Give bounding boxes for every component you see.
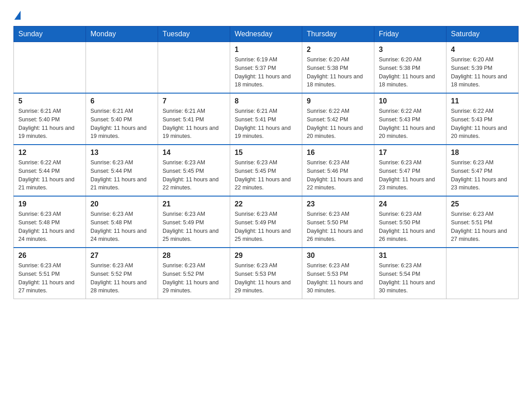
calendar-cell: 28Sunrise: 6:23 AMSunset: 5:52 PMDayligh… — [158, 248, 230, 299]
day-number: 6 — [90, 97, 153, 105]
calendar-cell: 6Sunrise: 6:21 AMSunset: 5:40 PMDaylight… — [86, 93, 158, 145]
calendar-cell: 7Sunrise: 6:21 AMSunset: 5:41 PMDaylight… — [158, 93, 230, 145]
calendar-cell: 21Sunrise: 6:23 AMSunset: 5:49 PMDayligh… — [158, 196, 230, 248]
calendar-week-row: 12Sunrise: 6:22 AMSunset: 5:44 PMDayligh… — [14, 145, 519, 196]
day-number: 1 — [235, 46, 297, 54]
calendar-cell — [158, 42, 230, 94]
day-number: 14 — [163, 149, 225, 157]
day-info: Sunrise: 6:23 AMSunset: 5:50 PMDaylight:… — [307, 210, 369, 244]
day-info: Sunrise: 6:23 AMSunset: 5:48 PMDaylight:… — [90, 210, 153, 244]
day-info: Sunrise: 6:20 AMSunset: 5:38 PMDaylight:… — [307, 56, 369, 89]
calendar-cell: 24Sunrise: 6:23 AMSunset: 5:50 PMDayligh… — [374, 196, 446, 248]
page-header — [13, 9, 519, 18]
calendar-week-row: 1Sunrise: 6:19 AMSunset: 5:37 PMDaylight… — [14, 42, 519, 94]
day-info: Sunrise: 6:23 AMSunset: 5:52 PMDaylight:… — [163, 261, 225, 295]
day-number: 12 — [18, 149, 81, 157]
calendar-week-row: 26Sunrise: 6:23 AMSunset: 5:51 PMDayligh… — [14, 248, 519, 299]
day-info: Sunrise: 6:23 AMSunset: 5:50 PMDaylight:… — [379, 210, 442, 244]
day-number: 27 — [90, 252, 153, 260]
calendar-cell: 29Sunrise: 6:23 AMSunset: 5:53 PMDayligh… — [230, 248, 302, 299]
day-info: Sunrise: 6:22 AMSunset: 5:42 PMDaylight:… — [307, 107, 369, 141]
day-info: Sunrise: 6:23 AMSunset: 5:45 PMDaylight:… — [235, 158, 297, 192]
day-number: 18 — [451, 149, 514, 157]
calendar-cell: 10Sunrise: 6:22 AMSunset: 5:43 PMDayligh… — [374, 93, 446, 145]
day-info: Sunrise: 6:23 AMSunset: 5:54 PMDaylight:… — [379, 261, 442, 295]
day-number: 23 — [307, 200, 369, 208]
calendar-cell: 30Sunrise: 6:23 AMSunset: 5:53 PMDayligh… — [302, 248, 374, 299]
day-number: 20 — [90, 200, 153, 208]
calendar-cell: 16Sunrise: 6:23 AMSunset: 5:46 PMDayligh… — [302, 145, 374, 196]
day-number: 2 — [307, 46, 369, 54]
calendar-cell: 4Sunrise: 6:20 AMSunset: 5:39 PMDaylight… — [446, 42, 519, 94]
day-number: 7 — [163, 97, 225, 105]
day-info: Sunrise: 6:22 AMSunset: 5:43 PMDaylight:… — [451, 107, 514, 141]
day-info: Sunrise: 6:23 AMSunset: 5:53 PMDaylight:… — [307, 261, 369, 295]
calendar-cell: 18Sunrise: 6:23 AMSunset: 5:47 PMDayligh… — [446, 145, 519, 196]
day-number: 5 — [18, 97, 81, 105]
day-number: 13 — [90, 149, 153, 157]
calendar-cell: 15Sunrise: 6:23 AMSunset: 5:45 PMDayligh… — [230, 145, 302, 196]
day-number: 22 — [235, 200, 297, 208]
day-number: 4 — [451, 46, 514, 54]
weekday-header-wednesday: Wednesday — [230, 26, 302, 42]
calendar-week-row: 5Sunrise: 6:21 AMSunset: 5:40 PMDaylight… — [14, 93, 519, 145]
day-number: 29 — [235, 252, 297, 260]
calendar-cell: 31Sunrise: 6:23 AMSunset: 5:54 PMDayligh… — [374, 248, 446, 299]
day-info: Sunrise: 6:19 AMSunset: 5:37 PMDaylight:… — [235, 56, 297, 89]
day-info: Sunrise: 6:23 AMSunset: 5:47 PMDaylight:… — [379, 158, 442, 192]
calendar-cell: 23Sunrise: 6:23 AMSunset: 5:50 PMDayligh… — [302, 196, 374, 248]
day-info: Sunrise: 6:23 AMSunset: 5:51 PMDaylight:… — [18, 261, 81, 295]
day-number: 31 — [379, 252, 442, 260]
day-info: Sunrise: 6:21 AMSunset: 5:41 PMDaylight:… — [163, 107, 225, 141]
calendar-cell: 2Sunrise: 6:20 AMSunset: 5:38 PMDaylight… — [302, 42, 374, 94]
calendar-cell — [86, 42, 158, 94]
calendar-cell: 20Sunrise: 6:23 AMSunset: 5:48 PMDayligh… — [86, 196, 158, 248]
day-number: 15 — [235, 149, 297, 157]
calendar-cell — [14, 42, 86, 94]
day-info: Sunrise: 6:23 AMSunset: 5:45 PMDaylight:… — [163, 158, 225, 192]
day-info: Sunrise: 6:23 AMSunset: 5:46 PMDaylight:… — [307, 158, 369, 192]
weekday-header-friday: Friday — [374, 26, 446, 42]
day-number: 30 — [307, 252, 369, 260]
calendar-cell: 22Sunrise: 6:23 AMSunset: 5:49 PMDayligh… — [230, 196, 302, 248]
calendar-week-row: 19Sunrise: 6:23 AMSunset: 5:48 PMDayligh… — [14, 196, 519, 248]
calendar-cell: 5Sunrise: 6:21 AMSunset: 5:40 PMDaylight… — [14, 93, 86, 145]
day-number: 17 — [379, 149, 442, 157]
day-number: 21 — [163, 200, 225, 208]
day-number: 11 — [451, 97, 514, 105]
calendar-cell: 25Sunrise: 6:23 AMSunset: 5:51 PMDayligh… — [446, 196, 519, 248]
day-info: Sunrise: 6:23 AMSunset: 5:44 PMDaylight:… — [90, 158, 153, 192]
day-info: Sunrise: 6:20 AMSunset: 5:39 PMDaylight:… — [451, 56, 514, 89]
day-info: Sunrise: 6:21 AMSunset: 5:40 PMDaylight:… — [90, 107, 153, 141]
day-number: 9 — [307, 97, 369, 105]
day-info: Sunrise: 6:23 AMSunset: 5:52 PMDaylight:… — [90, 261, 153, 295]
calendar-cell: 13Sunrise: 6:23 AMSunset: 5:44 PMDayligh… — [86, 145, 158, 196]
calendar-cell: 19Sunrise: 6:23 AMSunset: 5:48 PMDayligh… — [14, 196, 86, 248]
day-info: Sunrise: 6:22 AMSunset: 5:43 PMDaylight:… — [379, 107, 442, 141]
calendar-cell: 17Sunrise: 6:23 AMSunset: 5:47 PMDayligh… — [374, 145, 446, 196]
day-info: Sunrise: 6:21 AMSunset: 5:40 PMDaylight:… — [18, 107, 81, 141]
calendar-cell: 8Sunrise: 6:21 AMSunset: 5:41 PMDaylight… — [230, 93, 302, 145]
day-number: 8 — [235, 97, 297, 105]
day-info: Sunrise: 6:23 AMSunset: 5:47 PMDaylight:… — [451, 158, 514, 192]
calendar-header-row: SundayMondayTuesdayWednesdayThursdayFrid… — [14, 26, 519, 42]
day-number: 16 — [307, 149, 369, 157]
day-info: Sunrise: 6:23 AMSunset: 5:53 PMDaylight:… — [235, 261, 297, 295]
logo-triangle-icon — [14, 11, 21, 20]
weekday-header-sunday: Sunday — [14, 26, 86, 42]
day-number: 19 — [18, 200, 81, 208]
day-info: Sunrise: 6:22 AMSunset: 5:44 PMDaylight:… — [18, 158, 81, 192]
day-info: Sunrise: 6:21 AMSunset: 5:41 PMDaylight:… — [235, 107, 297, 141]
calendar-cell: 3Sunrise: 6:20 AMSunset: 5:38 PMDaylight… — [374, 42, 446, 94]
calendar-cell: 26Sunrise: 6:23 AMSunset: 5:51 PMDayligh… — [14, 248, 86, 299]
calendar-cell: 27Sunrise: 6:23 AMSunset: 5:52 PMDayligh… — [86, 248, 158, 299]
day-number: 10 — [379, 97, 442, 105]
day-number: 28 — [163, 252, 225, 260]
calendar-table: SundayMondayTuesdayWednesdayThursdayFrid… — [13, 26, 519, 299]
logo — [13, 9, 21, 18]
day-info: Sunrise: 6:23 AMSunset: 5:49 PMDaylight:… — [235, 210, 297, 244]
weekday-header-monday: Monday — [86, 26, 158, 42]
calendar-cell: 12Sunrise: 6:22 AMSunset: 5:44 PMDayligh… — [14, 145, 86, 196]
day-number: 3 — [379, 46, 442, 54]
day-info: Sunrise: 6:23 AMSunset: 5:48 PMDaylight:… — [18, 210, 81, 244]
